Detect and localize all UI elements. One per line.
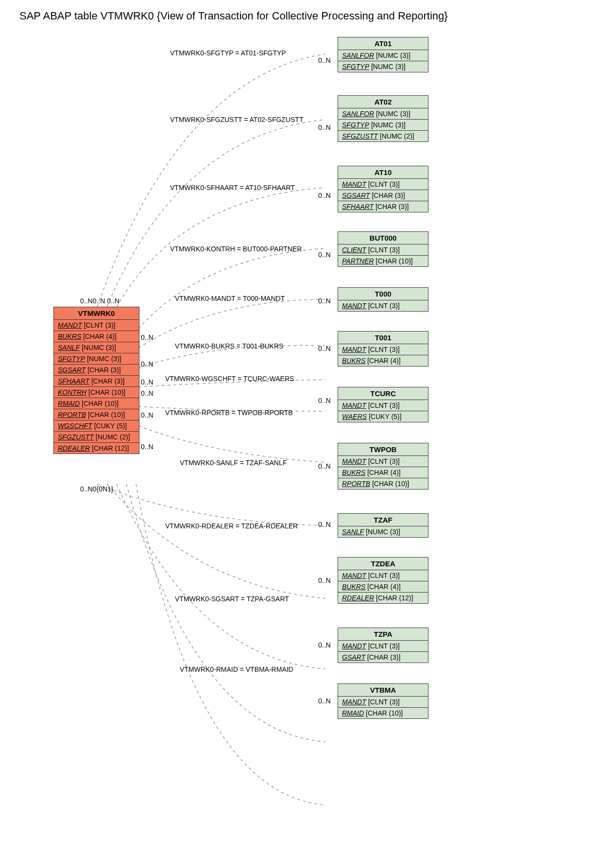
cardinality-side: 0..N <box>141 378 154 386</box>
entity-field: CLIENT [CLNT (3)] <box>338 245 428 256</box>
entity-tzdea: TZDEAMANDT [CLNT (3)]BUKRS [CHAR (4)]RDE… <box>338 557 428 604</box>
cardinality-right: 0..N <box>318 462 331 470</box>
diagram-canvas: VTMWRK0 MANDT [CLNT (3)]BUKRS [CHAR (4)]… <box>10 27 593 854</box>
cardinality-top: 0..N0..N 0..N <box>80 297 120 305</box>
entity-field: SANLFOR [NUMC (3)] <box>338 108 428 120</box>
entity-field: SANLF [NUMC (3)] <box>338 526 428 537</box>
relation-label: VTMWRK0-RPORTB = TWPOB-RPORTB <box>165 409 293 417</box>
entity-header: VTBMA <box>338 684 428 697</box>
entity-field: MANDT [CLNT (3)] <box>54 320 139 331</box>
entity-field: BUKRS [CHAR (4)] <box>338 467 428 478</box>
cardinality-right: 0..N <box>318 641 331 649</box>
entity-field: RDEALER [CHAR (12)] <box>54 443 139 454</box>
entity-at01: AT01SANLFOR [NUMC (3)]SFGTYP [NUMC (3)] <box>338 37 428 72</box>
entity-t000: T000MANDT [CLNT (3)] <box>338 287 428 312</box>
relation-label: VTMWRK0-RDEALER = TZDEA-RDEALER <box>165 522 298 530</box>
entity-header: T000 <box>338 288 428 300</box>
entity-field: RPORTB [CHAR (10)] <box>54 409 139 420</box>
entity-field: BUKRS [CHAR (4)] <box>338 355 428 366</box>
cardinality-right: 0..N <box>318 345 331 352</box>
entity-at10: AT10MANDT [CLNT (3)]SGSART [CHAR (3)]SFH… <box>338 166 428 212</box>
entity-tcurc: TCURCMANDT [CLNT (3)]WAERS [CUKY (5)] <box>338 387 428 422</box>
cardinality-right: 0..N <box>318 192 331 199</box>
relation-label: VTMWRK0-WGSCHFT = TCURC-WAERS <box>165 375 294 383</box>
entity-field: MANDT [CLNT (3)] <box>338 456 428 467</box>
entity-field: RDEALER [CHAR (12)] <box>338 593 428 603</box>
entity-vtmwrk0: VTMWRK0 MANDT [CLNT (3)]BUKRS [CHAR (4)]… <box>53 307 139 454</box>
cardinality-right: 0..N <box>318 297 331 305</box>
cardinality-right: 0..N <box>318 576 331 584</box>
entity-field: RMAID [CHAR (10)] <box>338 708 428 718</box>
entity-header: TZAF <box>338 514 428 526</box>
relation-label: VTMWRK0-MANDT = T000-MANDT <box>175 295 285 302</box>
entity-field: SFGZUSTT [NUMC (2)] <box>54 432 139 443</box>
entity-field: SGSART [CHAR (3)] <box>338 190 428 201</box>
relation-label: VTMWRK0-SGSART = TZPA-GSART <box>175 595 289 603</box>
entity-header: AT01 <box>338 37 428 50</box>
entity-field: GSART [CHAR (3)] <box>338 652 428 663</box>
entity-field: WAERS [CUKY (5)] <box>338 411 428 422</box>
relation-label: VTMWRK0-RMAID = VTBMA-RMAID <box>180 665 293 673</box>
cardinality-side: 0..N <box>141 333 154 341</box>
relation-label: VTMWRK0-SFHAART = AT10-SFHAART <box>170 184 295 192</box>
relation-label: VTMWRK0-SFGZUSTT = AT02-SFGZUSTT <box>170 116 303 123</box>
entity-tzaf: TZAFSANLF [NUMC (3)] <box>338 513 428 538</box>
page-title: SAP ABAP table VTMWRK0 {View of Transact… <box>19 10 616 22</box>
entity-at02: AT02SANLFOR [NUMC (3)]SFGTYP [NUMC (3)]S… <box>338 95 428 142</box>
entity-field: SFGTYP [NUMC (3)] <box>338 120 428 131</box>
entity-field: RPORTB [CHAR (10)] <box>338 478 428 489</box>
relation-label: VTMWRK0-KONTRH = BUT000-PARTNER <box>170 245 302 253</box>
relation-label: VTMWRK0-SFGTYP = AT01-SFGTYP <box>170 49 286 57</box>
cardinality-side: 0..N <box>141 411 154 419</box>
entity-field: KONTRH [CHAR (10)] <box>54 387 139 398</box>
cardinality-right: 0..N <box>318 397 331 404</box>
entity-header: TZDEA <box>338 558 428 570</box>
entity-field: WGSCHFT [CUKY (5)] <box>54 420 139 432</box>
entity-field: MANDT [CLNT (3)] <box>338 400 428 411</box>
entity-tzpa: TZPAMANDT [CLNT (3)]GSART [CHAR (3)] <box>338 628 428 663</box>
entity-header: BUT000 <box>338 232 428 245</box>
entity-field: BUKRS [CHAR (4)] <box>54 331 139 342</box>
cardinality-right: 0..N <box>318 251 331 259</box>
entity-field: SGSART [CHAR (3)] <box>54 365 139 376</box>
entity-field: SANLF [NUMC (3)] <box>54 342 139 353</box>
cardinality-right: 0..N <box>318 697 331 705</box>
entity-field: SFGTYP [NUMC (3)] <box>338 61 428 72</box>
entity-field: MANDT [CLNT (3)] <box>338 570 428 581</box>
entity-but000: BUT000CLIENT [CLNT (3)]PARTNER [CHAR (10… <box>338 231 428 267</box>
entity-field: MANDT [CLNT (3)] <box>338 344 428 355</box>
entity-header: VTMWRK0 <box>54 307 139 320</box>
entity-field: MANDT [CLNT (3)] <box>338 641 428 652</box>
entity-field: MANDT [CLNT (3)] <box>338 697 428 708</box>
entity-field: MANDT [CLNT (3)] <box>338 300 428 311</box>
entity-twpob: TWPOBMANDT [CLNT (3)]BUKRS [CHAR (4)]RPO… <box>338 443 428 489</box>
entity-t001: T001MANDT [CLNT (3)]BUKRS [CHAR (4)] <box>338 331 428 367</box>
entity-field: SFHAART [CHAR (3)] <box>54 376 139 387</box>
entity-vtbma: VTBMAMANDT [CLNT (3)]RMAID [CHAR (10)] <box>338 683 428 719</box>
cardinality-right: 0..N <box>318 123 331 131</box>
cardinality-side: 0..N <box>141 389 154 397</box>
cardinality-side: 0..N <box>141 360 154 368</box>
cardinality-right: 0..N <box>318 521 331 528</box>
entity-field: SANLFOR [NUMC (3)] <box>338 50 428 61</box>
cardinality-bottom: 0..N0{0N1} <box>80 485 114 493</box>
entity-header: TWPOB <box>338 443 428 456</box>
entity-field: PARTNER [CHAR (10)] <box>338 256 428 266</box>
cardinality-side: 0..N <box>141 443 154 451</box>
cardinality-right: 0..N <box>318 56 331 64</box>
entity-field: SFGTYP [NUMC (3)] <box>54 353 139 365</box>
entity-header: AT02 <box>338 96 428 108</box>
entity-header: TCURC <box>338 387 428 400</box>
entity-header: T001 <box>338 332 428 344</box>
entity-header: AT10 <box>338 166 428 179</box>
entity-header: TZPA <box>338 628 428 641</box>
entity-field: MANDT [CLNT (3)] <box>338 179 428 190</box>
entity-field: BUKRS [CHAR (4)] <box>338 581 428 593</box>
relation-label: VTMWRK0-BUKRS = T001-BUKRS <box>175 342 283 350</box>
entity-field: SFGZUSTT [NUMC (2)] <box>338 131 428 141</box>
relation-label: VTMWRK0-SANLF = TZAF-SANLF <box>180 459 287 467</box>
entity-field: SFHAART [CHAR (3)] <box>338 201 428 212</box>
entity-field: RMAID [CHAR (10)] <box>54 398 139 409</box>
